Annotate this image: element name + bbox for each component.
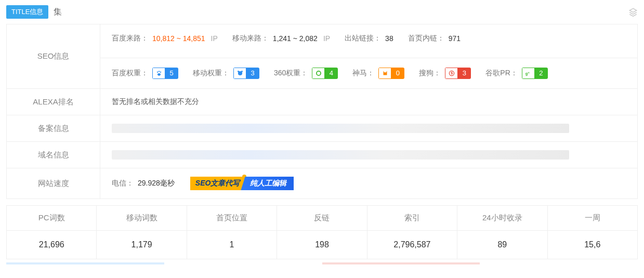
beian-row: 备案信息 bbox=[7, 115, 637, 142]
stats-head: 移动词数 bbox=[97, 206, 186, 231]
seo-info-row: SEO信息 百度来路： 10,812 ~ 14,851 IP 移动来路： 1,2… bbox=[7, 24, 637, 89]
google-pr[interactable]: 谷歌PR： g⁺ 2 bbox=[485, 68, 547, 79]
layers-icon[interactable] bbox=[628, 7, 638, 17]
speed-value: 电信： 29.928毫秒 bbox=[112, 179, 175, 188]
stats-col[interactable]: 反链198 bbox=[277, 206, 367, 259]
baidu-from: 百度来路： 10,812 ~ 14,851 IP bbox=[112, 34, 218, 43]
redacted-content bbox=[112, 124, 569, 133]
alexa-value: 暂无排名或相关数据不充分 bbox=[112, 97, 199, 107]
stats-head: PC词数 bbox=[7, 206, 96, 231]
stats-val: 198 bbox=[277, 231, 366, 259]
row-label-domain: 域名信息 bbox=[7, 142, 100, 168]
baidu-weight[interactable]: 百度权重： 5 bbox=[112, 68, 178, 79]
stats-val: 89 bbox=[457, 231, 547, 259]
stats-head: 一周 bbox=[548, 206, 637, 231]
stats-head: 24小时收录 bbox=[457, 206, 547, 231]
row-label-speed: 网站速度 bbox=[7, 168, 100, 198]
stats-col[interactable]: 24小时收录89 bbox=[457, 206, 547, 259]
svg-text:g⁺: g⁺ bbox=[525, 71, 530, 76]
stats-val: 1 bbox=[187, 231, 277, 259]
title-row: TITLE信息 集 bbox=[0, 0, 644, 24]
redacted-content bbox=[112, 150, 569, 160]
mobile-from: 移动来路： 1,241 ~ 2,082 IP bbox=[232, 34, 330, 43]
row-label-beian: 备案信息 bbox=[7, 115, 100, 141]
bear-icon bbox=[233, 68, 246, 79]
shenma[interactable]: 神马： 0 bbox=[352, 68, 404, 79]
mobile-weight-badge: 3 bbox=[233, 68, 259, 79]
svg-point-1 bbox=[158, 71, 159, 72]
s-icon bbox=[445, 68, 457, 79]
bottom-accent-bars bbox=[6, 262, 638, 264]
baidu-weight-badge: 5 bbox=[152, 68, 178, 79]
stats-col[interactable]: 一周15,6 bbox=[548, 206, 637, 259]
mobile-weight[interactable]: 移动权重： 3 bbox=[193, 68, 259, 79]
row-label-alexa: ALEXA排名 bbox=[7, 89, 100, 115]
speed-row: 网站速度 电信： 29.928毫秒 SEO文章代写 纯人工编辑 bbox=[7, 168, 637, 198]
g-plus-icon: g⁺ bbox=[522, 68, 534, 79]
outlinks: 出站链接： 38 bbox=[345, 34, 393, 43]
svg-point-3 bbox=[157, 73, 161, 76]
stats-val: 15,6 bbox=[548, 231, 637, 259]
svg-point-5 bbox=[238, 71, 239, 72]
sogou-badge: 3 bbox=[445, 68, 471, 79]
stats-val: 21,696 bbox=[7, 231, 96, 259]
svg-point-2 bbox=[160, 72, 161, 73]
seo-info-table: SEO信息 百度来路： 10,812 ~ 14,851 IP 移动来路： 1,2… bbox=[6, 24, 638, 199]
stats-head: 反链 bbox=[277, 206, 366, 231]
domain-row: 域名信息 bbox=[7, 142, 637, 168]
360-weight-badge: 4 bbox=[312, 68, 338, 79]
sogou[interactable]: 搜狗： 3 bbox=[419, 68, 471, 79]
stats-col[interactable]: 索引2,796,587 bbox=[367, 206, 457, 259]
svg-point-0 bbox=[156, 72, 157, 73]
paw-icon bbox=[152, 68, 165, 79]
stats-head: 首页位置 bbox=[187, 206, 277, 231]
svg-point-6 bbox=[241, 71, 243, 72]
title-info-tag: TITLE信息 bbox=[6, 5, 48, 19]
google-pr-badge: g⁺ 2 bbox=[522, 68, 548, 79]
title-suffix: 集 bbox=[54, 7, 62, 18]
stats-val: 1,179 bbox=[97, 231, 186, 259]
circle-arc-icon bbox=[312, 68, 324, 79]
alexa-row: ALEXA排名 暂无排名或相关数据不充分 bbox=[7, 89, 637, 115]
seo-traffic-sub: 百度来路： 10,812 ~ 14,851 IP 移动来路： 1,241 ~ 2… bbox=[100, 24, 637, 52]
stats-col[interactable]: 移动词数1,179 bbox=[97, 206, 187, 259]
stats-col[interactable]: 首页位置1 bbox=[187, 206, 277, 259]
360-weight[interactable]: 360权重： 4 bbox=[274, 68, 338, 79]
svg-point-7 bbox=[317, 71, 321, 75]
seo-weight-sub: 百度权重： 5 移动权重： 3 360权重： bbox=[100, 58, 637, 88]
cat-icon bbox=[378, 68, 391, 79]
home-inlinks: 首页内链： 971 bbox=[408, 34, 461, 43]
shenma-badge: 0 bbox=[378, 68, 404, 79]
row-label-seo: SEO信息 bbox=[7, 24, 100, 88]
stats-head: 索引 bbox=[367, 206, 457, 231]
stats-col[interactable]: PC词数21,696 bbox=[7, 206, 97, 259]
stats-val: 2,796,587 bbox=[367, 231, 457, 259]
seo-ad-banner[interactable]: SEO文章代写 纯人工编辑 bbox=[190, 177, 294, 190]
stats-table: PC词数21,696移动词数1,179首页位置1反链198索引2,796,587… bbox=[6, 205, 638, 259]
